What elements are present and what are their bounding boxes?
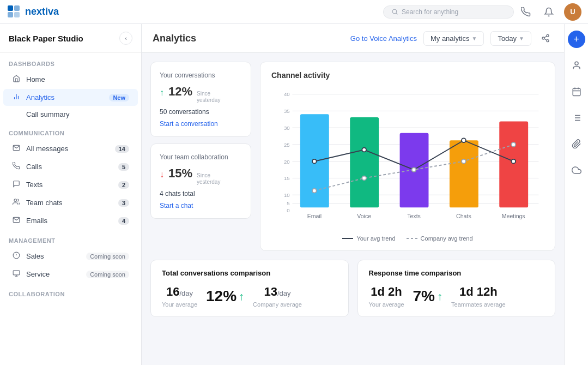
nextiva-wordmark: nextiva: [25, 6, 59, 17]
texts-badge: 2: [118, 181, 129, 189]
conversations-card-title: Your conversations: [160, 71, 242, 80]
emails-icon: [12, 216, 21, 225]
svg-text:10: 10: [284, 192, 290, 198]
collaboration-card: Your team collaboration ↓ 15% Sinceyeste…: [150, 143, 251, 219]
sales-icon: [12, 252, 21, 261]
bottom-cards: Total conversations comparison 16/day Yo…: [142, 260, 564, 326]
svg-point-56: [511, 142, 516, 147]
collaboration-percent: 15%: [168, 166, 192, 181]
all-messages-badge: 14: [115, 145, 129, 153]
cloud-icon-button[interactable]: [568, 161, 585, 179]
service-icon: [12, 270, 21, 279]
response-your-avg-label: Your average: [369, 301, 404, 308]
logo-area: nextiva: [7, 4, 59, 20]
svg-text:30: 30: [284, 125, 290, 131]
conversations-metric: ↑ 12% Sinceyesterday: [160, 85, 242, 104]
total-company-avg-group: 13/day Company average: [253, 285, 302, 308]
start-conversation-link[interactable]: Start a conversation: [160, 120, 242, 128]
sidebar-item-emails[interactable]: Emails 4: [3, 212, 138, 229]
add-button[interactable]: +: [568, 31, 585, 48]
svg-line-18: [544, 39, 547, 40]
svg-rect-38: [350, 117, 379, 207]
channel-activity-card: Channel activity 40 35 30 25 2: [260, 62, 555, 251]
service-badge: Coming soon: [86, 271, 129, 278]
nextiva-logo-icon: [7, 4, 22, 20]
svg-point-16: [542, 37, 544, 39]
home-icon: [12, 75, 21, 84]
all-messages-icon: [12, 144, 21, 153]
calendar-icon-button[interactable]: [568, 83, 585, 100]
main-layout: Black Paper Studio ‹ Dashboards Home Ana…: [0, 24, 588, 365]
team-chats-label: Team chats: [26, 199, 113, 207]
analytics-new-badge: New: [109, 94, 129, 101]
user-avatar[interactable]: U: [564, 3, 581, 21]
bell-button[interactable]: [541, 4, 556, 20]
analytics-label: Analytics: [26, 93, 104, 101]
cards-area: Your conversations ↑ 12% Sinceyesterday …: [142, 53, 564, 260]
total-your-avg-group: 16/day Your average: [162, 285, 197, 308]
response-teammates-label: Teammates average: [451, 301, 506, 308]
response-percent-group: 7% ↑: [413, 288, 442, 305]
svg-line-19: [544, 36, 547, 38]
today-button[interactable]: Today ▼: [490, 31, 531, 46]
section-management: Management: [0, 230, 141, 247]
svg-point-53: [362, 176, 366, 181]
voice-analytics-link[interactable]: Go to Voice Analytics: [350, 34, 417, 43]
conversations-count: 50 conversations: [160, 108, 242, 116]
contacts-icon-button[interactable]: [568, 57, 585, 74]
start-chat-link[interactable]: Start a chat: [160, 202, 242, 210]
phone-button[interactable]: [518, 4, 534, 20]
conversations-card: Your conversations ↑ 12% Sinceyesterday …: [150, 62, 251, 137]
svg-point-55: [462, 159, 466, 164]
share-button[interactable]: [538, 31, 553, 46]
svg-rect-40: [450, 140, 478, 207]
response-teammates-val: 1d 12h: [451, 285, 506, 299]
total-your-avg-label: Your average: [162, 301, 197, 308]
sidebar-item-analytics[interactable]: Analytics New: [3, 89, 138, 106]
my-analytics-button[interactable]: My analytics ▼: [423, 31, 484, 46]
total-conversations-title: Total conversations comparison: [162, 269, 337, 277]
svg-point-15: [547, 34, 549, 37]
chevron-down-icon: ▼: [471, 35, 477, 41]
sidebar-item-team-chats[interactable]: Team chats 3: [3, 194, 138, 211]
page-title: Analytics: [153, 33, 344, 44]
sidebar-item-call-summary[interactable]: Call summary: [3, 107, 138, 122]
right-sidebar: +: [564, 24, 588, 365]
up-arrow-icon: ↑: [160, 88, 164, 98]
collaboration-metric: ↓ 15% Sinceyesterday: [160, 166, 242, 186]
svg-point-8: [14, 199, 17, 202]
sidebar-item-texts[interactable]: Texts 2: [3, 176, 138, 193]
sidebar-item-sales[interactable]: Sales Coming soon: [3, 248, 138, 265]
collaboration-card-title: Your team collaboration: [160, 153, 242, 162]
total-conversations-card: Total conversations comparison 16/day Yo…: [150, 260, 349, 317]
search-bar[interactable]: Search for anything: [383, 5, 514, 19]
response-your-avg-group: 1d 2h Your average: [369, 285, 404, 308]
svg-point-47: [312, 159, 317, 164]
total-company-avg-val: 13/day: [253, 285, 302, 299]
svg-text:Chats: Chats: [456, 213, 471, 219]
team-chats-badge: 3: [118, 199, 129, 207]
analytics-header: Analytics Go to Voice Analytics My analy…: [142, 24, 564, 53]
total-percent-group: 12% ↑: [206, 288, 244, 305]
attachments-icon-button[interactable]: [568, 135, 585, 153]
sidebar-item-calls[interactable]: Calls 5: [3, 158, 138, 175]
section-collaboration: Collaboration: [0, 283, 141, 301]
total-company-avg-label: Company average: [253, 301, 302, 308]
collaboration-since: Sinceyesterday: [197, 172, 220, 186]
calls-badge: 5: [118, 163, 129, 171]
company-trend-legend: Company avg trend: [407, 235, 473, 242]
left-cards: Your conversations ↑ 12% Sinceyesterday …: [150, 62, 251, 251]
sidebar-item-service[interactable]: Service Coming soon: [3, 266, 138, 283]
team-chats-icon: [12, 198, 21, 207]
svg-text:5: 5: [287, 200, 289, 206]
tasks-icon-button[interactable]: [568, 109, 585, 127]
top-nav-icons: U: [518, 3, 581, 21]
sidebar-item-all-messages[interactable]: All messages 14: [3, 140, 138, 157]
chevron-down-icon: ▼: [519, 35, 524, 41]
total-up-arrow: ↑: [239, 290, 244, 303]
collapse-sidebar-button[interactable]: ‹: [119, 32, 132, 45]
sidebar-item-home[interactable]: Home: [3, 71, 138, 88]
response-time-metrics: 1d 2h Your average 7% ↑ 1d 12h Teammates…: [369, 285, 544, 308]
search-icon: [391, 8, 398, 15]
left-sidebar: Black Paper Studio ‹ Dashboards Home Ana…: [0, 24, 142, 365]
